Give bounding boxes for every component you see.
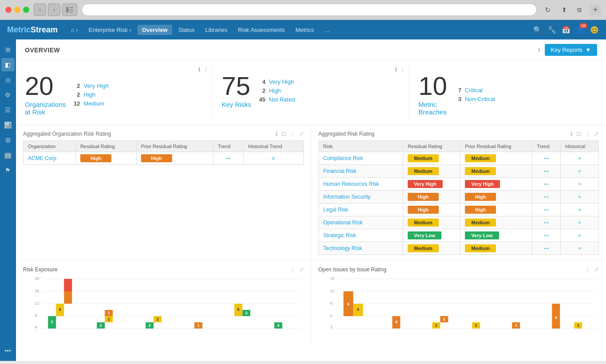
financial-risk-link[interactable]: Financial Risk — [323, 168, 357, 174]
refresh-button[interactable]: ↻ — [541, 4, 554, 16]
col-trend: Trend — [213, 141, 243, 152]
sidebar-icon-grid[interactable]: ⊞ — [1, 133, 15, 147]
table-row: Technology Risk Medium Medium ↔ ≈ — [319, 242, 599, 255]
infosec-risk-link[interactable]: Information Security — [323, 194, 371, 200]
operational-risk-link[interactable]: Operational Risk — [323, 219, 363, 226]
back-button[interactable]: ‹ — [34, 4, 46, 16]
orgs-medium-label: Medium — [84, 100, 104, 107]
agg-risk-expand-icon[interactable]: ⤢ — [594, 130, 599, 137]
nav-overview[interactable]: Overview — [138, 25, 172, 35]
address-bar[interactable] — [82, 4, 537, 16]
strategic-risk-link[interactable]: Strategic Risk — [323, 232, 356, 239]
col-residual-rating-2: Residual Rating — [403, 141, 460, 152]
sidebar-icon-gear[interactable]: ⚙ — [1, 88, 15, 102]
compliance-residual-badge: Medium — [408, 154, 439, 162]
sidebar-icon-home[interactable]: ⊞ — [1, 43, 15, 56]
sidebar-icon-more[interactable]: ••• — [1, 344, 15, 357]
nav-enterprise-risk[interactable]: Enterprise Risk › — [84, 25, 136, 35]
metric-breaches-label: MetricBreaches — [418, 101, 447, 116]
risk-exposure-controls: ⋮ ⤢ — [290, 266, 304, 273]
minimize-button[interactable] — [14, 7, 20, 13]
open-issues-more-icon[interactable]: ⋮ — [585, 266, 590, 273]
calendar-icon[interactable]: 📅 — [562, 26, 571, 34]
legal-residual-badge: High — [408, 206, 439, 214]
charts-row: Risk Exposure ⋮ ⤢ 20 16 12 8 4 — [16, 261, 606, 343]
compliance-risk-link[interactable]: Compliance Risk — [323, 155, 363, 161]
nav-risk-assessments[interactable]: Risk Assessments — [233, 25, 289, 35]
open-issues-expand-icon[interactable]: ⤢ — [594, 266, 599, 273]
nav-status[interactable]: Status — [174, 25, 199, 35]
agg-risk-title: Aggregated Risk Rating — [319, 131, 375, 137]
org-risk-copy-icon[interactable]: ⊡ — [281, 130, 286, 137]
browser-chrome: ‹ › ↻ ⬆ ⧉ + — [0, 0, 606, 20]
acme-corp-link[interactable]: ACME Corp — [28, 155, 56, 161]
search-icon[interactable]: 🔍 — [533, 26, 542, 34]
orgs-info-icon[interactable]: ℹ — [198, 66, 201, 73]
page-title: OVERVIEW — [25, 47, 60, 54]
agg-risk-table: Risk Residual Rating Prior Residual Rati… — [319, 141, 599, 255]
duplicate-button[interactable]: ⧉ — [573, 4, 586, 16]
col-prior-residual-2: Prior Residual Rating — [460, 141, 532, 152]
logo-stream: Stream — [31, 25, 58, 34]
forward-button[interactable]: › — [48, 4, 60, 16]
maximize-button[interactable] — [23, 7, 29, 13]
operational-residual-badge: Medium — [408, 219, 439, 227]
nav-libraries[interactable]: Libraries — [201, 25, 232, 35]
orgs-medium-row: 12 Medium — [73, 100, 109, 107]
page-header: OVERVIEW ℹ Key Reports ▼ — [16, 39, 606, 61]
share-button[interactable]: ⬆ — [558, 4, 571, 16]
dropdown-arrow-icon: ▼ — [585, 47, 591, 53]
open-issues-title: Open Issues by Issue Rating — [319, 266, 386, 273]
table-row: Strategic Risk Very Low Very Low ↔ ≈ — [319, 229, 599, 242]
svg-text:2: 2 — [157, 317, 159, 321]
org-risk-settings-icon[interactable]: ⋮ — [290, 130, 295, 137]
orgs-more-icon[interactable]: ⋮ — [203, 66, 209, 73]
sidebar-toggle-button[interactable] — [62, 4, 77, 16]
key-risks-label: Key Risks — [222, 101, 252, 108]
hr-residual-badge: Very High — [408, 180, 443, 188]
hr-risk-link[interactable]: Human Resources Risk — [323, 181, 379, 187]
table-row: ACME Corp High High ↔ ≈ — [24, 152, 304, 165]
risk-exposure-more-icon[interactable]: ⋮ — [290, 266, 295, 273]
metric-breaches-stat: 10 MetricBreaches 7 Critical 3 Non-Criti… — [409, 64, 606, 121]
page-info-icon[interactable]: ℹ — [538, 47, 540, 53]
logo: MetricStream — [7, 25, 58, 35]
close-button[interactable] — [5, 7, 12, 13]
risk-exposure-expand-icon[interactable]: ⤢ — [299, 266, 304, 273]
agg-risk-settings-icon[interactable]: ⋮ — [585, 130, 590, 137]
compliance-prior-badge: Medium — [465, 154, 496, 162]
sidebar-icon-target[interactable]: ◎ — [1, 73, 15, 86]
sidebar-icon-dashboard[interactable]: ◧ — [1, 58, 15, 71]
nav-more[interactable]: ... — [320, 25, 334, 35]
add-tab-button[interactable]: + — [590, 4, 601, 15]
legal-risk-link[interactable]: Legal Risk — [323, 207, 348, 213]
risk-exposure-panel: Risk Exposure ⋮ ⤢ 20 16 12 8 4 — [16, 261, 311, 343]
nav-metrics[interactable]: Metrics — [291, 25, 319, 35]
key-reports-button[interactable]: Key Reports ▼ — [545, 44, 597, 56]
agg-risk-info-icon[interactable]: ℹ — [571, 130, 573, 137]
tools-icon[interactable]: 🔧 — [547, 26, 556, 34]
hr-trend: ↔ — [543, 180, 550, 188]
strategic-trend: ↔ — [543, 231, 550, 239]
nav-home[interactable]: ⌂ › — [67, 25, 83, 35]
org-risk-expand-icon[interactable]: ⤢ — [299, 130, 304, 137]
acme-trend-icon: ↔ — [225, 154, 232, 162]
sidebar-icon-chart[interactable]: 📊 — [1, 118, 15, 132]
svg-rect-0 — [66, 7, 69, 12]
legal-prior-badge: High — [465, 206, 496, 214]
user-avatar-icon[interactable]: 😊 — [590, 26, 599, 34]
hr-prior-badge: Very High — [465, 180, 500, 188]
sidebar-icon-flag[interactable]: ⚑ — [1, 164, 15, 177]
notifications-icon[interactable]: 👤38 — [576, 26, 585, 34]
sidebar-icon-building[interactable]: 🏢 — [1, 149, 15, 162]
strategic-historical: ≈ — [578, 232, 581, 239]
key-risks-info-icon[interactable]: ℹ — [395, 66, 397, 73]
compliance-trend: ↔ — [543, 154, 550, 162]
svg-text:2: 2 — [515, 323, 517, 328]
key-risks-more-icon[interactable]: ⋮ — [400, 66, 405, 73]
org-risk-info-icon[interactable]: ℹ — [275, 130, 278, 137]
sidebar-icon-list[interactable]: ☰ — [1, 103, 15, 117]
agg-risk-copy-icon[interactable]: ⊡ — [576, 130, 581, 137]
technology-trend: ↔ — [543, 244, 550, 252]
technology-risk-link[interactable]: Technology Risk — [323, 245, 362, 251]
